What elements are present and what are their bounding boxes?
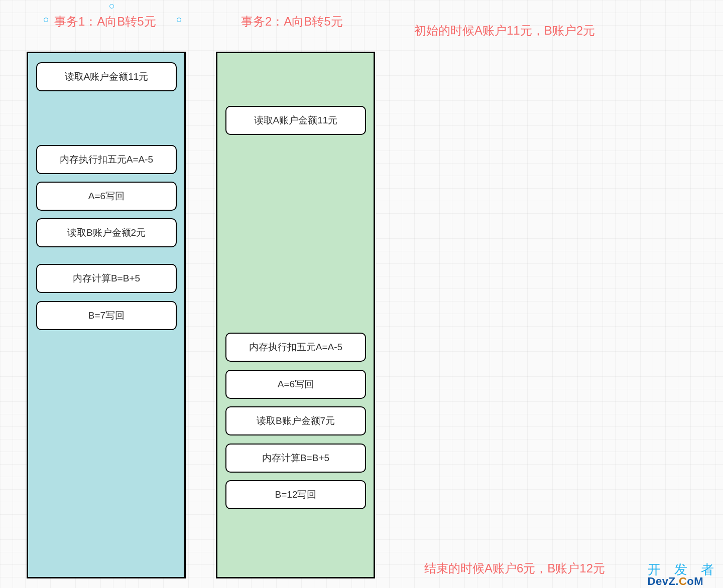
tx2-step-6: B=12写回 [225,480,366,509]
tx1-title: 事务1：A向B转5元 [54,14,156,30]
watermark-en-part: C [679,575,687,587]
selection-handle-icon [177,18,181,22]
watermark-en-part: DevZ [648,575,676,587]
tx1-step-4: 读取B账户金额2元 [36,218,177,247]
initial-note: 初始的时候A账户11元，B账户2元 [414,23,595,39]
tx2-step-1: 读取A账户金额11元 [225,106,366,135]
watermark: 开 发 者 DevZ.CoM [648,563,719,587]
selection-handle-icon [109,4,114,9]
tx1-step-3: A=6写回 [36,182,177,211]
tx1-block: 读取A账户金额11元内存执行扣五元A=A-5A=6写回读取B账户金额2元内存计算… [27,52,186,578]
tx2-step-4: 读取B账户金额7元 [225,406,366,435]
selection-handle-icon [44,18,48,22]
watermark-en-part: . [675,575,679,587]
tx2-step-5: 内存计算B=B+5 [225,444,366,473]
watermark-en: DevZ.CoM [648,576,719,587]
final-note: 结束的时候A账户6元，B账户12元 [424,560,605,576]
watermark-cn: 开 发 者 [648,563,719,576]
tx2-step-2: 内存执行扣五元A=A-5 [225,333,366,362]
tx1-step-1: 读取A账户金额11元 [36,62,177,91]
tx2-block: 读取A账户金额11元内存执行扣五元A=A-5A=6写回读取B账户金额7元内存计算… [216,52,375,578]
tx2-step-3: A=6写回 [225,370,366,399]
tx2-title: 事务2：A向B转5元 [241,14,343,30]
tx1-step-2: 内存执行扣五元A=A-5 [36,145,177,174]
watermark-en-part: oM [687,575,703,587]
tx1-step-5: 内存计算B=B+5 [36,264,177,293]
tx1-step-6: B=7写回 [36,301,177,330]
